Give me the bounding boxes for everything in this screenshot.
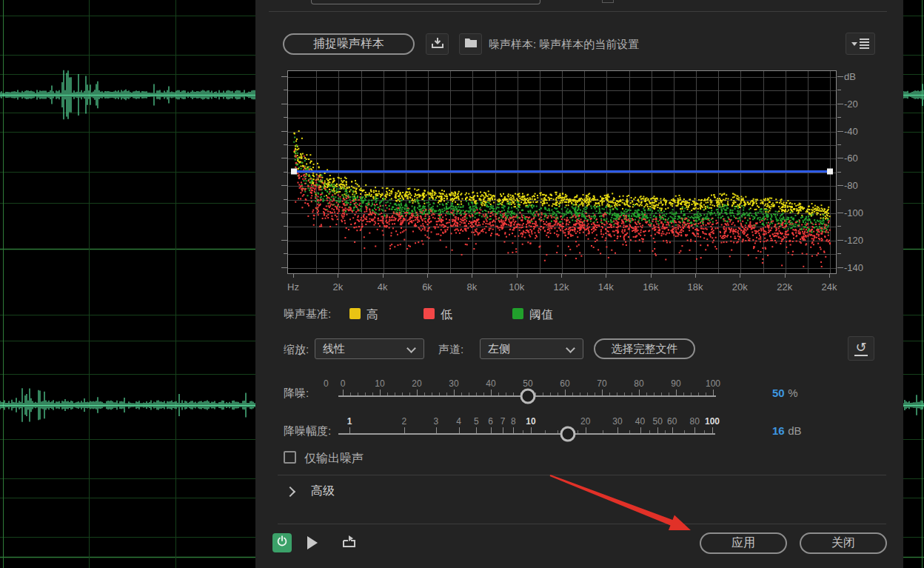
slider-scale-label: 3 [434, 416, 439, 427]
advanced-section-toggle[interactable]: 高级 [287, 484, 435, 500]
slider-scale-label: 100 [705, 416, 720, 427]
slider-scale-label: 7 [500, 416, 506, 427]
scale-select-value: 线性 [323, 342, 345, 356]
noise-reduction-label: 降噪: [284, 387, 309, 401]
save-icon [431, 37, 444, 52]
reduce-by-value: 16 dB [772, 424, 802, 438]
reset-icon: ↺ [854, 341, 867, 356]
x-tick-label: 4k [378, 281, 388, 293]
effect-power-button[interactable] [272, 533, 292, 552]
apply-button[interactable]: 应用 [700, 532, 787, 554]
reset-button[interactable]: ↺ [848, 336, 874, 361]
y-tick-label: -120 [844, 234, 863, 245]
divider [278, 475, 886, 475]
x-tick-label: 16k [643, 281, 658, 293]
x-tick-label: 22k [777, 281, 792, 293]
y-tick-label: -60 [844, 153, 858, 164]
top-divider [269, 11, 887, 12]
legend-chip-high [349, 308, 361, 319]
power-icon [276, 535, 288, 550]
top-partial-element [602, 0, 614, 3]
noise-reduction-value: 50 % [772, 387, 797, 400]
slider-scale-label: 8 [511, 416, 516, 427]
slider-scale-label: 10 [526, 416, 535, 427]
x-tick-label: 6k [422, 281, 432, 293]
save-noise-sample-button[interactable] [426, 33, 449, 55]
scale-label: 缩放: [284, 343, 309, 357]
scale-select[interactable]: 线性 [315, 338, 424, 359]
loop-playback-button[interactable] [341, 535, 358, 549]
slider-scale-label: 0 [341, 378, 346, 389]
slider-track[interactable] [338, 433, 715, 435]
channel-label: 声道: [438, 343, 463, 357]
legend-label-threshold: 阈值 [529, 307, 553, 323]
chevron-right-icon [285, 487, 295, 497]
slider-scale-label: 70 [597, 378, 606, 389]
channel-select[interactable]: 左侧 [480, 338, 583, 359]
legend-chip-low [424, 308, 435, 319]
slider-scale-label: 30 [449, 378, 458, 389]
y-tick-label: -40 [844, 125, 858, 136]
output-noise-only-label: 仅输出噪声 [304, 451, 364, 467]
noise-profile-graph[interactable] [287, 70, 837, 274]
preview-play-button[interactable] [307, 536, 321, 549]
load-noise-sample-button[interactable] [459, 33, 482, 55]
waveform-editor-left [0, 0, 255, 568]
reduce-by-label: 降噪幅度: [284, 424, 331, 438]
folder-icon [464, 37, 478, 51]
slider-scale-label: 100 [706, 378, 720, 389]
slider-scale-label: 2 [401, 416, 406, 427]
divider [278, 524, 886, 524]
select-full-file-button[interactable]: 选择完整文件 [594, 338, 695, 359]
play-icon [307, 536, 318, 549]
waveform-editor-right [903, 0, 924, 568]
slider-scale-label: 50 [653, 416, 663, 427]
slider-scale-label: 4 [456, 416, 461, 427]
y-tick-label: -20 [844, 98, 858, 109]
x-tick-label: 10k [509, 281, 524, 293]
slider-scale-label: 5 [474, 416, 479, 427]
slider-scale-label: 10 [375, 378, 384, 389]
x-tick-label: 20k [732, 281, 748, 293]
slider-knob[interactable] [560, 427, 576, 442]
slider-scale-label: 60 [560, 378, 569, 389]
slider-scale-label: 20 [412, 378, 421, 389]
preset-control-partial [311, 0, 540, 4]
x-tick-label: Hz [287, 281, 299, 293]
reduce-by-slider[interactable]: 1234567810203040506080100 [338, 416, 747, 437]
noise-reduction-dialog: 捕捉噪声样本 噪声样本: 噪声样本的当前设置 [255, 0, 903, 568]
slider-scale-label: 40 [635, 416, 645, 427]
slider-scale-label: 1 [347, 416, 352, 427]
slider-scale-label: 80 [690, 416, 700, 427]
noise-sample-status: 噪声样本: 噪声样本的当前设置 [489, 38, 639, 52]
output-noise-only-checkbox[interactable] [284, 451, 296, 464]
x-tick-label: 24k [822, 281, 837, 293]
panel-menu-icon [851, 37, 869, 50]
y-tick-label: dB [844, 71, 856, 82]
chevron-down-icon [566, 344, 575, 353]
close-button[interactable]: 关闭 [800, 532, 887, 554]
legend-title: 噪声基准: [284, 307, 331, 321]
slider-scale-label: 20 [580, 416, 590, 427]
chevron-down-icon [406, 344, 416, 353]
noise-reduction-min: 0 [324, 378, 329, 389]
advanced-label: 高级 [311, 484, 335, 499]
panel-menu-button[interactable] [846, 33, 875, 55]
loop-icon [341, 539, 358, 552]
x-tick-label: 12k [554, 281, 569, 293]
x-tick-label: 18k [688, 281, 703, 293]
slider-knob[interactable] [520, 389, 536, 404]
x-tick-label: 8k [466, 281, 477, 293]
slider-scale-label: 60 [667, 416, 677, 427]
noise-reduction-slider[interactable]: 0102030405060708090100 [338, 378, 747, 399]
capture-noise-sample-button[interactable]: 捕捉噪声样本 [283, 33, 415, 55]
legend-label-low: 低 [441, 307, 452, 323]
legend-chip-threshold [512, 308, 523, 319]
slider-scale-label: 6 [488, 416, 493, 427]
slider-scale-label: 50 [523, 378, 532, 389]
legend-label-high: 高 [366, 307, 378, 323]
x-tick-label: 2k [332, 281, 343, 293]
slider-scale-label: 40 [486, 378, 495, 389]
channel-select-value: 左侧 [488, 342, 510, 356]
slider-scale-label: 30 [612, 416, 622, 427]
